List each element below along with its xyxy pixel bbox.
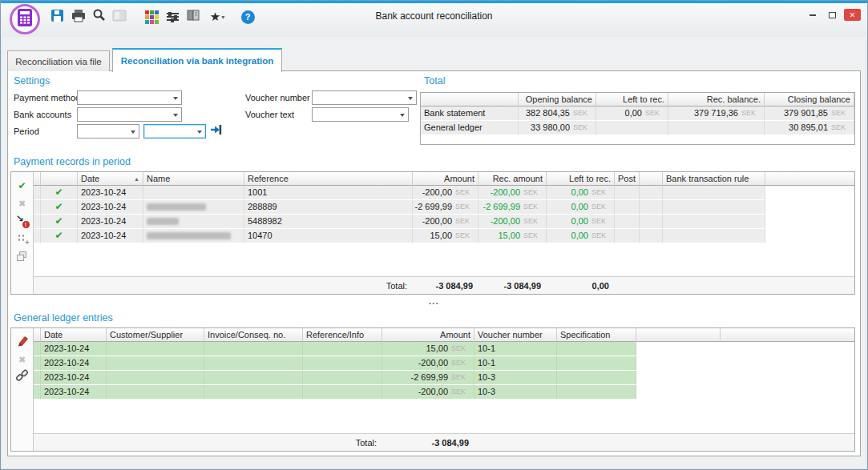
voucher-cell: 10-3	[474, 371, 557, 385]
app-window: Bank account reconciliation	[0, 0, 868, 470]
payments-toolbar: ✔ ✖ ↘ ! +	[11, 172, 34, 294]
table-row[interactable]: General ledger 33 980,00SEK 30 895,01SEK	[421, 121, 854, 135]
payments-section-title: Payment records in period	[14, 156, 131, 167]
bank-accounts-select[interactable]: Main account SEB	[77, 107, 182, 122]
payment-method-label: Payment method	[14, 90, 80, 105]
sliders-icon	[167, 11, 179, 22]
table-row[interactable]: ✔ 2023-10-24 1001 -200,00SEK -200,00SEK …	[34, 186, 854, 200]
bank-accounts-label: Bank accounts	[14, 107, 71, 122]
table-row[interactable]: ✔ 2023-10-24 288889 -2 699,99SEK -2 699,…	[34, 200, 854, 215]
col-header-opening-balance[interactable]: Opening balance	[519, 93, 596, 106]
rule-cell	[663, 200, 765, 215]
col-header-invoice[interactable]: Invoice/Conseq. no.	[204, 328, 303, 342]
reconcile-button[interactable]: ✔	[11, 177, 33, 195]
exclamation-badge-icon: !	[22, 221, 30, 228]
save-icon	[50, 9, 64, 26]
col-header-amount[interactable]: Amount	[413, 172, 478, 186]
date-cell: 2023-10-24	[78, 200, 143, 215]
save-button[interactable]	[47, 7, 67, 26]
close-button[interactable]: ✕	[844, 9, 861, 21]
copy-button[interactable]	[11, 247, 33, 265]
tab-reconciliation-via-file[interactable]: Reconciliation via file	[7, 50, 110, 71]
col-header-rec-balance[interactable]: Rec. balance.	[668, 93, 765, 106]
matched-cell: ✔	[41, 186, 78, 200]
app-menu-button[interactable]	[10, 4, 40, 34]
delete-entry-button[interactable]: ✖	[11, 351, 33, 368]
ledger-table: ✖ Date Customer/Supplier Invoice/Conseq.	[10, 327, 855, 452]
print-button[interactable]	[68, 7, 87, 26]
col-header-date[interactable]: Date▲	[78, 172, 143, 186]
date-cell: 2023-10-24	[41, 385, 107, 400]
chevron-down-icon: ▾	[221, 14, 224, 21]
table-row[interactable]: ✔ 2023-10-24 5488982 -200,00SEK -200,00S…	[34, 215, 854, 229]
search-button[interactable]	[89, 7, 108, 26]
table-row-selected[interactable]: 2023-10-24 -2 699,99SEK 10-3	[34, 371, 854, 385]
row-label: Bank statement	[421, 106, 519, 121]
voucher-series-select[interactable]: 1 Löpande ver.serie	[312, 90, 417, 105]
period-from-select[interactable]: 2023-10-24	[77, 124, 139, 139]
table-row[interactable]: 2023-10-24 -200,00SEK 10-1	[34, 356, 854, 371]
link-entry-button[interactable]	[11, 368, 33, 386]
period-label: Period	[14, 124, 39, 139]
rec-amount-cell: 15,00SEK	[478, 229, 547, 243]
rec-amount-cell: -2 699,99SEK	[478, 200, 547, 215]
unmatch-button[interactable]: ✖	[11, 195, 33, 212]
manual-button[interactable]	[184, 7, 203, 26]
left-to-rec-cell: 0,00SEK	[547, 229, 615, 243]
tab-strip: Reconciliation via file Reconciliation v…	[7, 47, 861, 71]
matched-cell: ✔	[41, 200, 78, 215]
col-header-bank-transaction-rule[interactable]: Bank transaction rule	[663, 172, 765, 186]
reference-cell: 10470	[244, 229, 413, 243]
col-header-date[interactable]: Date	[41, 328, 107, 342]
col-header-closing-balance[interactable]: Closing balance	[765, 93, 854, 106]
total-header-row: Opening balance Left to rec. Rec. balanc…	[421, 93, 854, 106]
edit-entry-button[interactable]	[11, 333, 33, 351]
rule-cell	[663, 215, 765, 229]
manual-match-button[interactable]: +	[11, 230, 33, 247]
link-icon	[15, 369, 29, 386]
name-cell-redacted	[143, 215, 244, 229]
card-icon	[112, 10, 127, 25]
col-header-left-to-rec[interactable]: Left to rec.	[547, 172, 615, 186]
table-row[interactable]: 2023-10-24 15,00SEK 10-1	[34, 342, 854, 356]
ledger-section-title: General ledger entries	[14, 312, 113, 323]
modules-button[interactable]	[142, 7, 161, 26]
table-row[interactable]: Bank statement 382 804,35SEK 0,00SEK 379…	[421, 106, 854, 121]
col-header-reference-info[interactable]: Reference/Info	[303, 328, 382, 342]
col-header-left-to-rec[interactable]: Left to rec.	[596, 93, 668, 106]
amount-cell: -2 699,99SEK	[382, 371, 474, 385]
col-header-amount[interactable]: Amount	[382, 328, 474, 342]
apply-period-button[interactable]	[208, 124, 223, 139]
panel-splitter[interactable]: ···	[8, 300, 860, 310]
go-arrow-icon	[209, 123, 222, 139]
col-header-name[interactable]: Name	[143, 172, 244, 186]
payment-method-select[interactable]: Bankintegration	[77, 90, 182, 105]
minimize-button[interactable]	[804, 9, 821, 21]
col-header-post[interactable]: Post	[615, 172, 640, 186]
exclude-button[interactable]: ↘ !	[11, 212, 33, 230]
maximize-button[interactable]	[824, 9, 841, 21]
col-header-customer-supplier[interactable]: Customer/Supplier	[107, 328, 204, 342]
voucher-text-select[interactable]: Bank statement	[312, 107, 409, 122]
col-header-voucher-number[interactable]: Voucher number	[474, 328, 557, 342]
preview-button-disabled[interactable]	[110, 7, 129, 26]
period-to-select[interactable]: 2023-10-24	[143, 124, 206, 139]
total-amount: -3 084,99	[348, 438, 472, 448]
check-icon: ✔	[55, 187, 63, 198]
options-button[interactable]	[163, 7, 182, 26]
table-row[interactable]: ✔ 2023-10-24 10470 15,00SEK 15,00SEK 0,0…	[34, 229, 854, 243]
help-button[interactable]: ?	[238, 7, 257, 26]
col-header-specification[interactable]: Specification	[557, 328, 636, 342]
reference-cell: 5488982	[244, 215, 413, 229]
chevron-down-icon	[400, 114, 405, 117]
table-row[interactable]: 2023-10-24 -200,00SEK 10-3	[34, 385, 854, 400]
favorites-button[interactable]: ★ ▾	[204, 7, 230, 26]
cross-icon: ✖	[18, 199, 26, 209]
col-header-rec-amount[interactable]: Rec. amount	[478, 172, 547, 186]
date-cell: 2023-10-24	[78, 215, 143, 229]
col-header-reference[interactable]: Reference	[244, 172, 413, 186]
left-to-rec-cell: 0,00SEK	[547, 200, 615, 215]
date-cell: 2023-10-24	[78, 229, 143, 243]
amount-cell: 15,00SEK	[413, 229, 478, 243]
tab-reconciliation-via-bank-integration[interactable]: Reconciliation via bank integration	[112, 48, 282, 72]
